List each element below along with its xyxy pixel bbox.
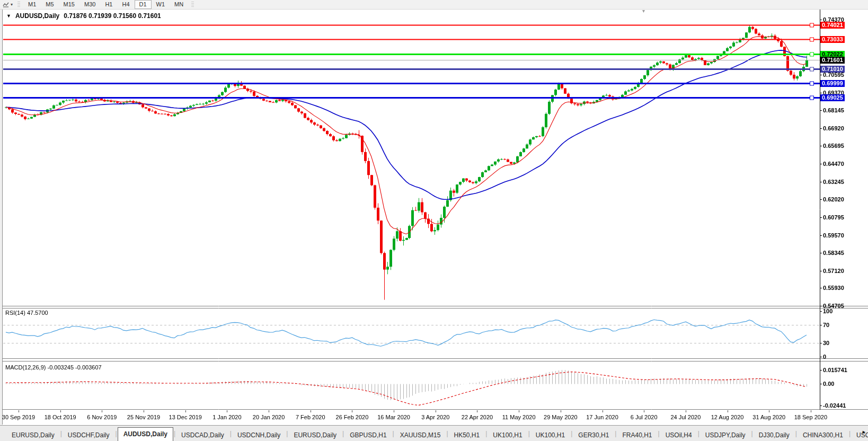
toolbar: ▾ M1M5M15M30H1H4D1W1MN bbox=[0, 0, 868, 10]
rsi-tick-label: 30 bbox=[823, 340, 829, 346]
date-tick-label: 18 Oct 2019 bbox=[45, 414, 76, 420]
timeframe-button-d1[interactable]: D1 bbox=[135, 0, 152, 9]
macd-indicator-label: MACD(12,26,9) -0.003245 -0.003607 bbox=[5, 364, 102, 371]
price-level-label: 0.69025 bbox=[820, 94, 845, 101]
date-tick-label: 16 Mar 2020 bbox=[377, 414, 410, 420]
date-tick-label: 13 Dec 2019 bbox=[169, 414, 202, 420]
chart-title-quotes: 0.71876 0.71939 0.71560 0.71601 bbox=[64, 12, 161, 20]
chevron-down-icon[interactable]: ▾ bbox=[11, 2, 13, 7]
tab-xauusd-m15[interactable]: XAUUSD,M15 bbox=[395, 430, 446, 441]
macd-tick-label: -0.02441 bbox=[823, 402, 846, 409]
tab-audusd-daily[interactable]: AUDUSD,Daily bbox=[118, 427, 173, 441]
price-tick-label: 0.63245 bbox=[823, 179, 844, 185]
date-tick-label: 11 May 2020 bbox=[502, 414, 536, 420]
price-tick-label: 0.60795 bbox=[823, 214, 844, 220]
price-tick-label: 0.64470 bbox=[823, 161, 844, 167]
toolbar-grip-2[interactable] bbox=[191, 2, 194, 8]
date-tick-label: 26 Feb 2020 bbox=[336, 414, 369, 420]
chart-title-symbol: AUDUSD,Daily bbox=[15, 12, 59, 20]
tab-usdchf-daily[interactable]: USDCHF,Daily bbox=[63, 430, 115, 441]
rsi-indicator-label: RSI(14) 47.5700 bbox=[5, 310, 48, 316]
date-tick-label: 29 May 2020 bbox=[544, 414, 578, 420]
date-tick-label: 7 Feb 2020 bbox=[296, 414, 325, 420]
timeframe-button-h1[interactable]: H1 bbox=[100, 0, 117, 9]
price-level-label: 0.73033 bbox=[820, 36, 845, 43]
symbol-dropdown-icon[interactable]: ▼ bbox=[6, 13, 11, 19]
price-tick-label: 0.68145 bbox=[823, 107, 844, 113]
price-level-label: 0.74021 bbox=[820, 22, 845, 29]
tab-usdcnh-daily[interactable]: USDCNH,Daily bbox=[232, 430, 286, 441]
date-tick-label: 24 Jul 2020 bbox=[670, 414, 701, 420]
macd-tick-label: 0.00 bbox=[823, 381, 834, 387]
tab-usdcad-daily[interactable]: USDCAD,Daily bbox=[176, 430, 229, 441]
timeframe-button-w1[interactable]: W1 bbox=[152, 0, 170, 9]
rsi-tick-label: 0 bbox=[823, 354, 826, 360]
timeframe-button-mn[interactable]: MN bbox=[170, 0, 188, 9]
chart-canvas[interactable] bbox=[0, 0, 868, 441]
chart-tab-bar: EURUSD,Daily|USDCHF,Daily|AUDUSD,Daily|U… bbox=[0, 425, 868, 441]
chart-tools-icon[interactable] bbox=[2, 1, 10, 8]
tab-fra40-h1[interactable]: FRA40,H1 bbox=[617, 430, 657, 441]
date-tick-label: 17 Jun 2020 bbox=[586, 414, 618, 420]
price-tick-label: 0.66920 bbox=[823, 125, 844, 131]
price-tick-label: 0.57120 bbox=[823, 268, 844, 274]
timeframe-button-m30[interactable]: M30 bbox=[79, 0, 100, 9]
timeframe-button-m1[interactable]: M1 bbox=[23, 0, 41, 9]
rsi-tick-label: 70 bbox=[823, 322, 829, 328]
tab-usdjpy-daily[interactable]: USDJPY,Daily bbox=[700, 430, 751, 441]
macd-tick-label: 0.015741 bbox=[823, 367, 847, 373]
tab-eurusd-daily[interactable]: EURUSD,Daily bbox=[288, 430, 342, 441]
price-tick-label: 0.62020 bbox=[823, 196, 844, 202]
tab-dj30-daily[interactable]: DJ30,Daily bbox=[754, 430, 795, 441]
toolbar-grip[interactable] bbox=[17, 2, 20, 8]
price-tick-label: 0.58345 bbox=[823, 250, 844, 256]
tab-uk100-h1[interactable]: UK100,H1 bbox=[488, 430, 527, 441]
tab-china300-h1[interactable]: CHINA300,H1 bbox=[798, 430, 848, 441]
chart-tools-icon-svg bbox=[3, 2, 9, 8]
tab-uk100-h1[interactable]: UK100,H1 bbox=[530, 430, 570, 441]
date-tick-label: 18 Sep 2020 bbox=[794, 414, 827, 420]
date-tick-label: 3 Apr 2020 bbox=[421, 414, 449, 420]
date-tick-label: 12 Aug 2020 bbox=[711, 414, 744, 420]
date-tick-label: 1 Jan 2020 bbox=[212, 414, 241, 420]
tab-eurusd-daily[interactable]: EURUSD,Daily bbox=[6, 430, 60, 441]
price-level-label: 0.69999 bbox=[820, 80, 845, 87]
timeframe-button-h4[interactable]: H4 bbox=[117, 0, 134, 9]
tab-scroll-right-icon[interactable]: ► bbox=[862, 429, 866, 435]
timeframe-button-m15[interactable]: M15 bbox=[59, 0, 79, 9]
date-tick-label: 6 Jul 2020 bbox=[631, 414, 658, 420]
price-tick-label: 0.55930 bbox=[823, 285, 844, 291]
rsi-tick-label: 100 bbox=[823, 308, 832, 314]
date-tick-label: 6 Nov 2019 bbox=[87, 414, 117, 420]
price-tick-label: 0.65695 bbox=[823, 143, 844, 149]
date-tick-label: 31 Aug 2020 bbox=[752, 414, 785, 420]
date-tick-label: 22 Apr 2020 bbox=[462, 414, 493, 420]
price-level-label: 0.71010 bbox=[820, 66, 845, 73]
date-tick-label: 20 Jan 2020 bbox=[253, 414, 285, 420]
tab-usoil-h4[interactable]: USOil,H4 bbox=[660, 430, 697, 441]
tab-hk50-h1[interactable]: HK50,H1 bbox=[449, 430, 485, 441]
tab-ger30-h1[interactable]: GER30,H1 bbox=[573, 430, 614, 441]
date-tick-label: 30 Sep 2019 bbox=[2, 414, 35, 420]
date-tick-label: 25 Nov 2019 bbox=[127, 414, 160, 420]
timeframe-toolbar: M1M5M15M30H1H4D1W1MN bbox=[23, 0, 188, 9]
price-tick-label: 0.59570 bbox=[823, 232, 844, 239]
tab-gbpusd-h1[interactable]: GBPUSD,H1 bbox=[344, 430, 392, 441]
chart-title: ▼ AUDUSD,Daily 0.71876 0.71939 0.71560 0… bbox=[6, 12, 161, 20]
timeframe-button-m5[interactable]: M5 bbox=[41, 0, 58, 9]
current-price-label: 0.71601 bbox=[820, 57, 845, 64]
